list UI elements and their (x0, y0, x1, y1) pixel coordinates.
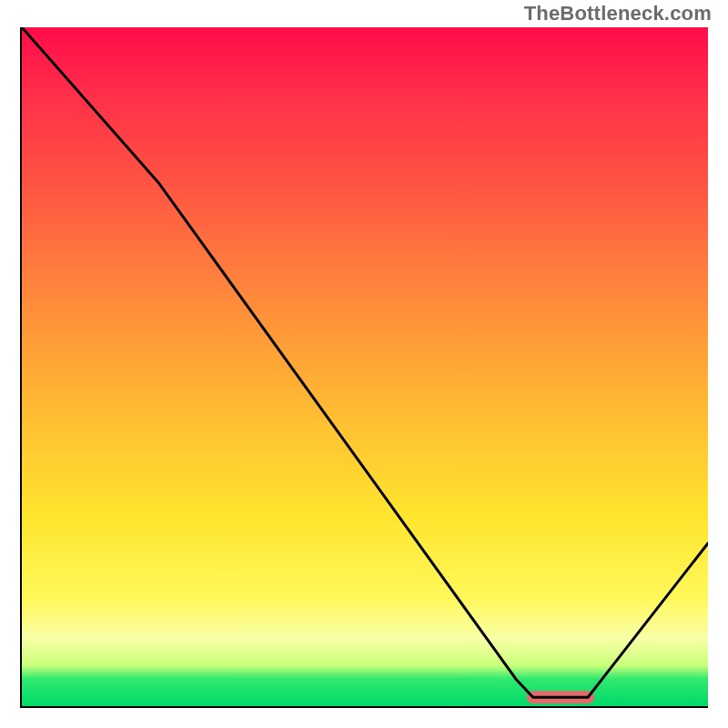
chart-container: TheBottleneck.com (0, 0, 728, 728)
bottleneck-curve (22, 27, 708, 697)
plot-area (20, 27, 708, 708)
plot-svg (22, 27, 708, 706)
attribution-label: TheBottleneck.com (524, 2, 712, 25)
